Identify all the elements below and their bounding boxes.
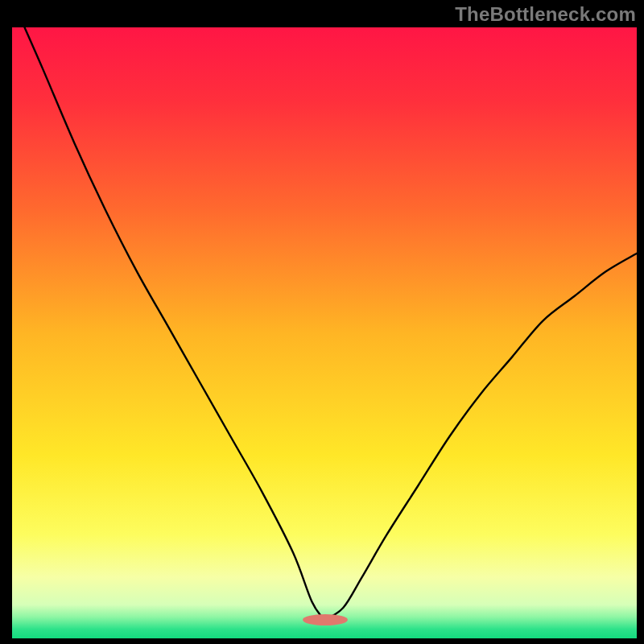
watermark-text: TheBottleneck.com [455, 3, 636, 26]
plot-background [12, 27, 637, 638]
optimal-point-marker [303, 614, 348, 625]
bottleneck-chart [0, 0, 644, 644]
